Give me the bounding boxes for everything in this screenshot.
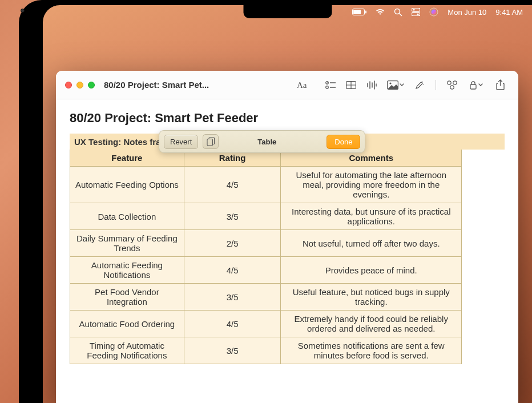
- wifi-icon[interactable]: [376, 9, 385, 15]
- svg-rect-7: [412, 13, 420, 16]
- copy-button[interactable]: [203, 134, 219, 149]
- titlebar: 80/20 Project: Smart Pet... Aa: [56, 71, 518, 99]
- note-subtitle: UX Testing: Notes fra: [74, 137, 160, 147]
- svg-text:Aa: Aa: [297, 80, 307, 90]
- camera-dot: [21, 9, 25, 13]
- cell-comments[interactable]: Sometimes notifications are sent a few m…: [281, 337, 462, 364]
- window-title: 80/20 Project: Smart Pet...: [104, 80, 209, 90]
- svg-rect-2: [365, 11, 366, 14]
- svg-point-6: [413, 9, 415, 10]
- revert-button[interactable]: Revert: [164, 135, 198, 149]
- cell-rating[interactable]: 4/5: [184, 257, 281, 284]
- svg-point-27: [453, 80, 457, 84]
- table-label: Table: [223, 138, 322, 146]
- writing-tools-button[interactable]: [409, 76, 430, 94]
- done-button[interactable]: Done: [327, 135, 360, 149]
- lock-button[interactable]: [462, 76, 490, 94]
- control-center-icon[interactable]: [412, 8, 420, 16]
- svg-line-4: [400, 13, 402, 15]
- cell-comments[interactable]: Useful feature, but noticed bugs in supp…: [281, 284, 462, 311]
- table-row[interactable]: Daily Summary of Feeding Trends2/5Not us…: [70, 230, 462, 257]
- menubar-date[interactable]: Mon Jun 10: [448, 8, 486, 17]
- note-content: 80/20 Project: Smart Pet Feeder UX Testi…: [56, 99, 518, 376]
- cell-feature[interactable]: Pet Food Vendor Integration: [70, 284, 184, 311]
- svg-rect-5: [412, 8, 420, 11]
- cell-rating[interactable]: 3/5: [184, 284, 281, 311]
- cell-rating[interactable]: 2/5: [184, 230, 281, 257]
- siri-icon[interactable]: [429, 7, 438, 17]
- feedback-table[interactable]: Feature Rating Comments Automatic Feedin…: [70, 150, 462, 364]
- desktop: Mon Jun 10 9:41 AM 80/20 Project: Smart …: [43, 5, 532, 403]
- table-button[interactable]: [341, 76, 361, 94]
- format-button[interactable]: Aa: [293, 76, 313, 94]
- svg-rect-30: [207, 139, 213, 146]
- cell-rating[interactable]: 3/5: [184, 203, 281, 230]
- cell-comments[interactable]: Interesting data, but unsure of its prac…: [281, 203, 462, 230]
- cell-feature[interactable]: Automatic Feeding Notifications: [70, 257, 184, 284]
- table-row[interactable]: Automatic Food Ordering4/5Extremely hand…: [70, 311, 462, 337]
- notes-window: 80/20 Project: Smart Pet... Aa: [56, 71, 518, 403]
- checklist-button[interactable]: [320, 76, 341, 94]
- traffic-lights: [65, 82, 95, 88]
- cell-rating[interactable]: 4/5: [184, 167, 281, 203]
- table-row[interactable]: Pet Food Vendor Integration3/5Useful fea…: [70, 284, 462, 311]
- cell-comments[interactable]: Useful for automating the late afternoon…: [281, 167, 462, 203]
- cell-feature[interactable]: Timing of Automatic Feeding Notification…: [70, 337, 184, 364]
- svg-point-28: [450, 85, 454, 88]
- cell-feature[interactable]: Daily Summary of Feeding Trends: [70, 230, 184, 257]
- cell-feature[interactable]: Automatic Feeding Options: [70, 167, 184, 203]
- cell-comments[interactable]: Provides peace of mind.: [281, 257, 462, 284]
- cell-feature[interactable]: Automatic Food Ordering: [70, 311, 184, 337]
- table-row[interactable]: Data Collection3/5Interesting data, but …: [70, 203, 462, 230]
- notch: [243, 5, 332, 18]
- svg-rect-29: [470, 84, 476, 89]
- minimize-button[interactable]: [76, 82, 83, 88]
- battery-icon[interactable]: [352, 9, 366, 15]
- laptop-bezel: Mon Jun 10 9:41 AM 80/20 Project: Smart …: [19, 0, 532, 403]
- audio-button[interactable]: [361, 76, 382, 94]
- table-edit-toolbar: Revert Table Done: [159, 130, 365, 153]
- cell-feature[interactable]: Data Collection: [70, 203, 184, 230]
- svg-point-25: [389, 82, 391, 84]
- svg-rect-1: [353, 10, 361, 14]
- svg-point-8: [417, 13, 419, 15]
- note-subtitle-row: UX Testing: Notes fra Revert Table Done: [70, 134, 505, 150]
- cell-rating[interactable]: 4/5: [184, 311, 281, 337]
- svg-point-14: [326, 86, 329, 88]
- cell-comments[interactable]: Extremely handy if food could be reliabl…: [281, 311, 462, 337]
- svg-point-10: [432, 10, 437, 15]
- share-button[interactable]: [490, 76, 510, 94]
- svg-point-26: [448, 80, 451, 84]
- table-row[interactable]: Automatic Feeding Notifications4/5Provid…: [70, 257, 462, 284]
- toolbar: Aa: [289, 76, 514, 94]
- maximize-button[interactable]: [88, 82, 95, 88]
- link-button[interactable]: [442, 76, 462, 94]
- toolbar-separator: [436, 80, 436, 90]
- cell-comments[interactable]: Not useful, turned off after two days.: [281, 230, 462, 257]
- media-button[interactable]: [382, 76, 409, 94]
- chevron-down-icon: [478, 83, 483, 86]
- chevron-down-icon: [400, 83, 404, 86]
- note-title: 80/20 Project: Smart Pet Feeder: [70, 111, 505, 126]
- cell-rating[interactable]: 3/5: [184, 337, 281, 364]
- close-button[interactable]: [65, 82, 72, 88]
- table-row[interactable]: Timing of Automatic Feeding Notification…: [70, 337, 462, 364]
- table-row[interactable]: Automatic Feeding Options4/5Useful for a…: [70, 167, 462, 203]
- laptop-frame: Mon Jun 10 9:41 AM 80/20 Project: Smart …: [0, 0, 532, 403]
- menubar-time[interactable]: 9:41 AM: [495, 8, 523, 17]
- search-icon[interactable]: [394, 8, 402, 17]
